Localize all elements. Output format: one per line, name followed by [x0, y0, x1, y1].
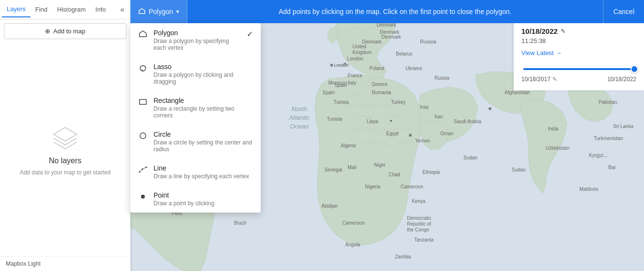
line-menu-title: Line [154, 164, 253, 172]
svg-text:France: France [348, 73, 363, 78]
no-layers-area: No layers Add data to your map to get st… [0, 43, 130, 256]
time-slider-thumb[interactable] [630, 65, 638, 73]
lasso-menu-desc: Draw a polygon by clicking and dragging [154, 71, 253, 85]
no-layers-subtitle: Add data to your map to get started [10, 169, 120, 176]
tab-histogram[interactable]: Histogram [52, 2, 90, 17]
circle-menu-desc: Draw a circle by setting the center and … [154, 139, 253, 153]
svg-text:Algeria: Algeria [341, 143, 356, 148]
svg-point-78 [140, 133, 146, 139]
view-latest-link[interactable]: View Latest → [521, 49, 562, 57]
time-slider-track[interactable] [523, 68, 634, 70]
polygon-hint: Add points by clicking on the map. Click… [187, 8, 603, 15]
menu-item-lasso[interactable]: Lasso Draw a polygon by clicking and dra… [130, 57, 261, 91]
current-time: 11:25:38 [521, 37, 636, 44]
svg-text:Sri Lanka: Sri Lanka [613, 124, 634, 129]
polygon-menu-desc: Draw a polygon by specifying each vertex [154, 38, 241, 51]
lasso-menu-title: Lasso [154, 63, 253, 71]
point-menu-content: Point Draw a point by clicking [154, 191, 253, 207]
rectangle-menu-desc: Draw a rectangle by setting two corners [154, 105, 253, 119]
menu-item-rectangle[interactable]: Rectangle Draw a rectangle by setting tw… [130, 91, 261, 125]
no-layers-title: No layers [49, 157, 82, 165]
circle-menu-title: Circle [154, 130, 253, 138]
point-menu-icon [138, 192, 148, 201]
point-menu-desc: Draw a point by clicking [154, 200, 253, 207]
svg-text:Kenya: Kenya [412, 199, 426, 204]
polygon-dropdown-button[interactable]: Polygon ▾ [130, 0, 187, 23]
add-to-map-button[interactable]: ⊕ Add to map [4, 23, 126, 39]
date-row: 10/18/2022 ✎ [521, 27, 636, 35]
svg-text:Romania: Romania [372, 90, 391, 95]
tab-find[interactable]: Find [30, 2, 52, 17]
rectangle-menu-icon [138, 97, 148, 107]
polygon-menu-icon [138, 29, 148, 39]
svg-text:Democratic: Democratic [407, 215, 432, 221]
svg-text:Angola: Angola [345, 242, 361, 247]
lasso-menu-content: Lasso Draw a polygon by clicking and dra… [154, 63, 253, 85]
svg-text:the Congo: the Congo [407, 227, 430, 232]
svg-point-5 [330, 64, 333, 67]
svg-text:Saudi Arabia: Saudi Arabia [454, 119, 481, 124]
dropdown-chevron-icon: ▾ [176, 8, 179, 15]
plus-icon: ⊕ [45, 28, 50, 35]
svg-text:Cameroon: Cameroon [342, 220, 365, 226]
svg-text:Mali: Mali [348, 165, 356, 170]
add-to-map-label: Add to map [53, 28, 85, 35]
svg-text:London: London [334, 63, 349, 68]
svg-text:Italy: Italy [348, 80, 356, 86]
svg-text:Tanzania: Tanzania [414, 237, 434, 242]
svg-point-7 [409, 134, 412, 137]
tab-info[interactable]: Info [91, 2, 111, 17]
tab-layers[interactable]: Layers [2, 1, 30, 17]
svg-text:Cameroon: Cameroon [401, 184, 423, 189]
svg-text:Ethiopia: Ethiopia [422, 170, 440, 175]
svg-text:Kyrgyz...: Kyrgyz... [589, 153, 608, 158]
time-slider[interactable] [521, 68, 636, 70]
polygon-icon [138, 8, 146, 15]
menu-item-line[interactable]: Line Draw a line by specifying each vert… [130, 158, 261, 185]
svg-text:Denmark: Denmark [380, 29, 400, 35]
line-menu-icon [138, 165, 148, 174]
current-date: 10/18/2022 [521, 27, 558, 35]
svg-text:United: United [352, 44, 366, 49]
svg-text:Abidjan: Abidjan [322, 203, 337, 209]
left-panel-collapse[interactable]: « [116, 3, 128, 16]
svg-text:Republic of: Republic of [407, 221, 431, 227]
svg-text:Ukraine: Ukraine [406, 66, 422, 71]
cancel-button[interactable]: Cancel [603, 0, 644, 23]
svg-text:Belarus: Belarus [396, 51, 412, 57]
polygon-menu-title: Polygon [154, 29, 241, 37]
rectangle-menu-title: Rectangle [154, 97, 253, 104]
svg-point-84 [141, 195, 145, 199]
svg-point-8 [489, 107, 491, 110]
svg-text:Tunisia: Tunisia [334, 100, 349, 105]
polygon-toolbar: Polygon ▾ Add points by clicking on the … [130, 0, 644, 23]
svg-text:Maldives: Maldives [579, 186, 598, 192]
svg-text:Atlantic: Atlantic [289, 114, 310, 121]
circle-menu-icon [138, 131, 148, 141]
svg-text:London: London [347, 56, 363, 61]
left-panel-tabs: Layers Find Histogram Info « [0, 0, 130, 19]
svg-text:Uzbekistan: Uzbekistan [546, 145, 569, 151]
point-menu-title: Point [154, 191, 253, 199]
date-edit-icon[interactable]: ✎ [560, 28, 566, 35]
svg-text:Sudan: Sudan [512, 167, 526, 172]
svg-point-83 [146, 167, 147, 168]
svg-text:Libya: Libya [367, 119, 378, 124]
menu-item-circle[interactable]: Circle Draw a circle by setting the cent… [130, 125, 261, 158]
menu-item-polygon[interactable]: Polygon Draw a polygon by specifying eac… [130, 23, 261, 57]
time-range-start: 10/18/2017 ✎ [521, 76, 557, 83]
svg-text:Nigeria: Nigeria [365, 184, 380, 189]
svg-text:Pakistan: Pakistan [599, 100, 617, 105]
range-start-value: 10/18/2017 [521, 76, 550, 83]
time-slider-fill [523, 68, 634, 70]
range-end-value: 10/18/2022 [607, 76, 636, 83]
svg-text:Russia: Russia [420, 39, 437, 44]
time-range-labels: 10/18/2017 ✎ 10/18/2022 [521, 76, 636, 83]
range-start-edit-icon[interactable]: ✎ [552, 76, 557, 83]
line-menu-desc: Draw a line by specifying each vertex [154, 173, 253, 180]
svg-text:Denmark: Denmark [381, 34, 402, 40]
menu-item-point[interactable]: Point Draw a point by clicking [130, 185, 261, 213]
svg-text:Spain: Spain [335, 83, 347, 88]
svg-text:Oman: Oman [440, 131, 453, 136]
svg-marker-76 [140, 31, 146, 37]
